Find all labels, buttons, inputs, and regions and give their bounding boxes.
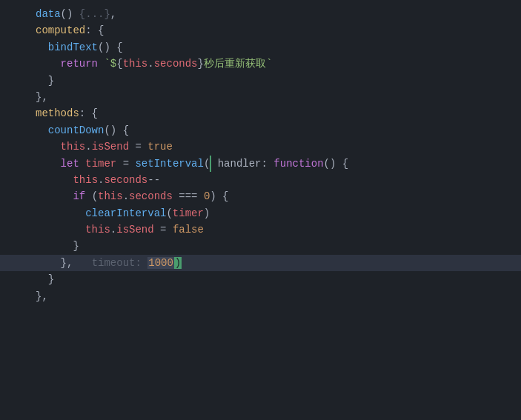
line-content: data() {...}, xyxy=(30,6,521,22)
line-return: return `${this.seconds}秒后重新获取` xyxy=(0,56,521,72)
line-content: } xyxy=(30,238,521,254)
line-content: methods: { xyxy=(30,105,521,121)
line-data: data() {...}, xyxy=(0,6,521,22)
line-content: computed: { xyxy=(30,22,521,39)
line-seconds-dec: this.seconds-- xyxy=(0,172,521,188)
line-content: if (this.seconds === 0) { xyxy=(30,188,521,204)
line-closecomma1: }, xyxy=(0,89,521,105)
line-content: bindText() { xyxy=(30,39,521,56)
line-setinterval: let timer = setInterval(​ handler: funct… xyxy=(0,156,521,172)
line-close3: } xyxy=(0,271,521,287)
line-content: return `${this.seconds}秒后重新获取` xyxy=(30,56,521,72)
line-bindtext: bindText() { xyxy=(0,39,521,56)
code-editor: data() {...}, computed: { bindText() { r… xyxy=(0,0,521,420)
line-countdown: countDown() { xyxy=(0,122,521,139)
line-methods: methods: { xyxy=(0,105,521,121)
line-if: if (this.seconds === 0) { xyxy=(0,188,521,204)
line-content: } xyxy=(30,271,521,287)
line-issend-false: this.isSend = false xyxy=(0,221,521,238)
line-content: clearInterval(timer) xyxy=(30,205,521,221)
line-content: this.isSend = true xyxy=(30,139,521,155)
line-content: }, xyxy=(30,89,521,105)
line-content: this.seconds-- xyxy=(30,172,521,188)
line-close2: } xyxy=(0,238,521,254)
line-content: }, xyxy=(30,288,521,304)
code-lines: data() {...}, computed: { bindText() { r… xyxy=(0,0,521,310)
line-content: } xyxy=(30,73,521,89)
line-clearinterval: clearInterval(timer) xyxy=(0,205,521,221)
line-close1: } xyxy=(0,73,521,89)
line-timeout: }, timeout: 1000) xyxy=(0,255,521,271)
line-content: let timer = setInterval(​ handler: funct… xyxy=(30,156,521,172)
line-content: this.isSend = false xyxy=(30,221,521,238)
line-content: }, timeout: 1000) xyxy=(30,255,521,271)
line-content: countDown() { xyxy=(30,122,521,139)
line-issend-true: this.isSend = true xyxy=(0,139,521,155)
line-closecomma2: }, xyxy=(0,288,521,304)
line-computed: computed: { xyxy=(0,22,521,39)
